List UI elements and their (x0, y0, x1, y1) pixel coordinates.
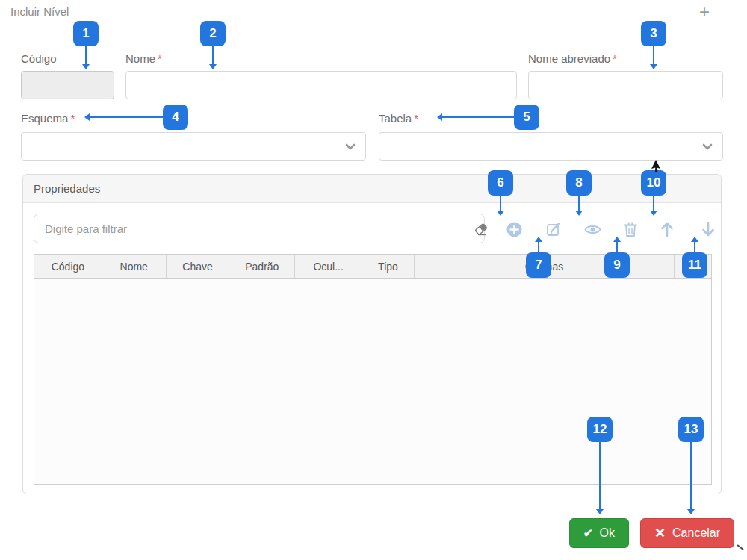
tabela-label: Tabela* (379, 112, 418, 125)
add-plus-circle-icon[interactable] (504, 220, 524, 239)
column-header-tipo[interactable]: Tipo (362, 255, 415, 278)
annotation-badge-1: 1 (73, 21, 99, 46)
required-asterisk: * (613, 52, 617, 65)
required-asterisk: * (158, 52, 162, 65)
column-header-cdigo[interactable]: Código (34, 255, 102, 278)
annotation-arrow-13 (687, 509, 695, 514)
properties-panel: Propriedades (22, 174, 722, 494)
table-body-empty (34, 279, 711, 485)
incluir-nivel-dialog: Incluir Nível + Código Nome* Nome abrevi… (0, 0, 747, 560)
annotation-arrow-10 (650, 211, 657, 216)
edit-icon[interactable] (544, 220, 563, 239)
annotation-arrow-8 (575, 211, 583, 216)
expand-plus-icon[interactable]: + (699, 1, 710, 22)
view-eye-icon[interactable] (583, 220, 602, 239)
nome-abreviado-label: Nome abreviado* (528, 52, 617, 65)
required-asterisk: * (414, 112, 418, 125)
resize-grip (737, 544, 743, 550)
codigo-input[interactable] (21, 71, 114, 99)
annotation-arrow-1 (85, 46, 87, 64)
page-title: Incluir Nível (10, 5, 69, 18)
annotation-arrow-6 (497, 211, 504, 216)
annotation-arrow-2 (209, 64, 217, 69)
annotation-arrow-9 (616, 242, 618, 252)
delete-trash-icon[interactable] (621, 220, 640, 239)
cancel-button[interactable]: ✕ Cancelar (640, 518, 734, 548)
esquema-label: Esquema* (21, 112, 75, 125)
nome-abreviado-input[interactable] (528, 71, 723, 99)
chevron-down-icon (335, 133, 365, 160)
annotation-arrow-6 (500, 196, 501, 211)
properties-panel-title: Propriedades (23, 175, 721, 203)
x-icon: ✕ (654, 525, 666, 541)
check-icon: ✔ (583, 526, 593, 540)
annotation-badge-11: 11 (682, 252, 707, 278)
annotation-arrow-8 (578, 196, 580, 211)
esquema-select[interactable] (21, 132, 366, 161)
annotation-badge-8: 8 (566, 170, 592, 196)
annotation-badge-7: 7 (526, 252, 551, 278)
annotation-arrow-5 (437, 113, 442, 121)
annotation-badge-9: 9 (604, 252, 630, 278)
annotation-badge-6: 6 (488, 170, 513, 196)
annotation-arrow-9 (613, 237, 621, 242)
annotation-arrow-11 (691, 237, 698, 242)
required-asterisk: * (70, 112, 75, 125)
clear-filter-eraser-icon[interactable] (473, 221, 489, 237)
move-down-arrow-icon[interactable] (698, 220, 718, 239)
tabela-select[interactable] (379, 132, 723, 161)
annotation-arrow-12 (596, 509, 604, 514)
codigo-label: Código (21, 52, 57, 65)
move-up-arrow-icon[interactable] (657, 220, 677, 239)
annotation-badge-4: 4 (163, 105, 188, 130)
annotation-arrow-3 (653, 46, 654, 64)
mouse-cursor (650, 159, 662, 177)
annotation-badge-2: 2 (200, 21, 226, 46)
column-header-ocul[interactable]: Ocul... (295, 255, 362, 278)
annotation-arrow-4 (90, 116, 163, 118)
chevron-down-icon (692, 133, 722, 160)
column-header-nome[interactable]: Nome (102, 255, 167, 278)
annotation-arrow-11 (694, 242, 695, 252)
properties-table: CódigoNomeChavePadrãoOcul...TipoColunas (34, 254, 712, 485)
annotation-arrow-10 (653, 196, 654, 211)
annotation-badge-12: 12 (587, 417, 613, 442)
nome-label: Nome* (125, 52, 162, 65)
annotation-arrow-7 (538, 242, 539, 252)
annotation-arrow-3 (650, 64, 657, 69)
column-header-chave[interactable]: Chave (167, 255, 230, 278)
annotation-badge-3: 3 (641, 21, 666, 46)
annotation-arrow-4 (84, 113, 90, 121)
annotation-arrow-2 (212, 46, 214, 64)
annotation-badge-5: 5 (514, 105, 539, 130)
ok-button[interactable]: ✔ Ok (569, 518, 629, 548)
annotation-arrow-13 (690, 442, 692, 509)
annotation-arrow-1 (82, 64, 90, 69)
annotation-arrow-12 (599, 442, 601, 509)
nome-input[interactable] (125, 71, 517, 99)
annotation-badge-13: 13 (678, 417, 704, 442)
annotation-arrow-7 (535, 237, 542, 242)
filter-input[interactable] (34, 214, 485, 243)
column-header-padro[interactable]: Padrão (229, 255, 295, 278)
annotation-arrow-5 (442, 116, 514, 118)
